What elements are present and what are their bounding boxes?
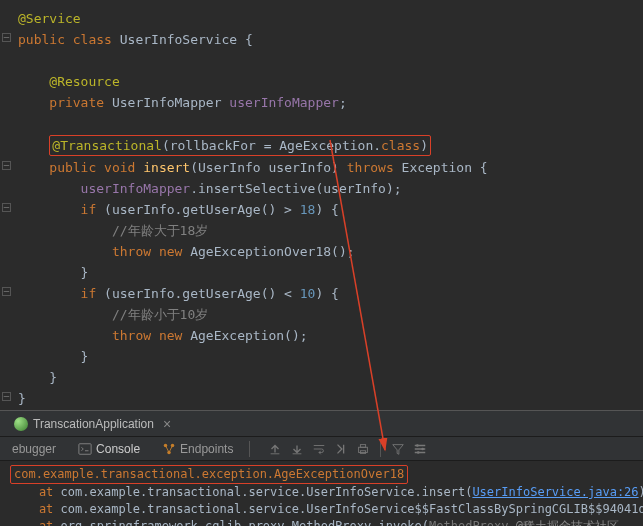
filter-icon[interactable] xyxy=(391,442,405,456)
svg-rect-1 xyxy=(79,443,91,454)
code-line: //年龄大于18岁 xyxy=(0,220,643,241)
code-line: – public void insert(UserInfo userInfo) … xyxy=(0,157,643,178)
transactional-annotation-highlight: @Transactional(rollbackFor = AgeExceptio… xyxy=(49,135,431,156)
console-icon xyxy=(78,442,92,456)
tab-endpoints[interactable]: Endpoints xyxy=(154,439,241,459)
code-line: @Resource xyxy=(0,71,643,92)
svg-point-11 xyxy=(422,447,425,450)
exception-highlight: com.example.transactional.exception.AgeE… xyxy=(10,465,408,484)
code-line: @Service xyxy=(0,8,643,29)
console-line: com.example.transactional.exception.AgeE… xyxy=(10,465,633,484)
fold-icon[interactable]: – xyxy=(2,203,11,212)
code-line: – if (userInfo.getUserAge() > 18) { xyxy=(0,199,643,220)
code-editor[interactable]: @Service –public class UserInfoService {… xyxy=(0,0,643,410)
svg-point-12 xyxy=(417,451,420,454)
console-line: at com.example.transactional.service.Use… xyxy=(10,501,633,518)
code-line: throw new AgeExceptionOver18(); xyxy=(0,241,643,262)
tab-console[interactable]: Console xyxy=(70,439,148,459)
code-line: –} xyxy=(0,388,643,409)
tool-row: ebugger Console Endpoints xyxy=(0,437,643,461)
fold-icon[interactable]: – xyxy=(2,33,11,42)
code-line: @Transactional(rollbackFor = AgeExceptio… xyxy=(0,134,643,157)
print-icon[interactable] xyxy=(356,442,370,456)
endpoints-icon xyxy=(162,442,176,456)
code-line: userInfoMapper.insertSelective(userInfo)… xyxy=(0,178,643,199)
console-line: at com.example.transactional.service.Use… xyxy=(10,484,633,501)
source-link[interactable]: UserInfoService.java:26 xyxy=(472,485,638,499)
separator xyxy=(249,441,250,457)
fold-icon[interactable]: – xyxy=(2,161,11,170)
source-link[interactable]: MethodProxy. xyxy=(429,519,516,526)
run-tab-bar: TranscationApplication × xyxy=(0,411,643,437)
code-line: private UserInfoMapper userInfoMapper; xyxy=(0,92,643,113)
code-line xyxy=(0,113,643,134)
fold-icon[interactable]: – xyxy=(2,287,11,296)
code-line xyxy=(0,50,643,71)
code-line: – if (userInfo.getUserAge() < 10) { xyxy=(0,283,643,304)
console-output[interactable]: com.example.transactional.exception.AgeE… xyxy=(0,461,643,526)
run-config-tab[interactable]: TranscationApplication × xyxy=(6,413,179,435)
settings-icon[interactable] xyxy=(413,442,427,456)
run-tool-window: TranscationApplication × ebugger Console… xyxy=(0,411,643,526)
code-line: throw new AgeException(); xyxy=(0,325,643,346)
separator xyxy=(380,441,381,457)
fold-icon[interactable]: – xyxy=(2,392,11,401)
svg-rect-5 xyxy=(271,453,280,454)
spring-boot-icon xyxy=(14,417,28,431)
scroll-end-icon[interactable] xyxy=(334,442,348,456)
tab-label: TranscationApplication xyxy=(33,417,154,431)
svg-point-10 xyxy=(417,444,420,447)
svg-rect-6 xyxy=(293,453,302,454)
svg-rect-8 xyxy=(361,444,366,447)
close-icon[interactable]: × xyxy=(163,416,171,432)
code-line: } xyxy=(0,367,643,388)
code-line: } xyxy=(0,262,643,283)
code-line: –public class UserInfoService { xyxy=(0,29,643,50)
soft-wrap-icon[interactable] xyxy=(312,442,326,456)
console-line: at org.springframework.cglib.proxy.Metho… xyxy=(10,518,633,526)
tab-debugger[interactable]: ebugger xyxy=(4,439,64,459)
code-line: } xyxy=(0,346,643,367)
down-stack-icon[interactable] xyxy=(290,442,304,456)
watermark-text: @稀土掘金技术社区 xyxy=(516,519,619,526)
up-stack-icon[interactable] xyxy=(268,442,282,456)
code-line: //年龄小于10岁 xyxy=(0,304,643,325)
